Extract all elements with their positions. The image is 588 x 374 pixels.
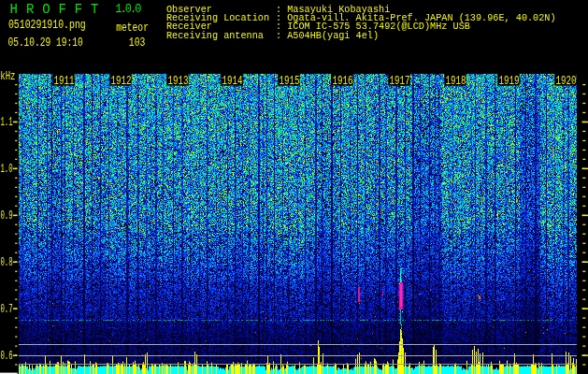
svg-text:1920: 1920 bbox=[555, 75, 576, 88]
svg-text:H R O F F T: H R O F F T bbox=[10, 2, 99, 17]
svg-text:1918: 1918 bbox=[445, 75, 466, 88]
svg-text:0.6: 0.6 bbox=[0, 350, 12, 362]
svg-text:1919: 1919 bbox=[498, 75, 519, 88]
svg-text:1913: 1913 bbox=[167, 75, 188, 88]
svg-text:0.8: 0.8 bbox=[0, 256, 12, 268]
svg-text:1915: 1915 bbox=[279, 75, 299, 88]
svg-text:1.0: 1.0 bbox=[0, 163, 12, 175]
svg-text:0.9: 0.9 bbox=[0, 209, 12, 222]
svg-text:1911: 1911 bbox=[53, 75, 74, 88]
svg-text:meteor: meteor bbox=[116, 22, 149, 34]
svg-text:: A504HB(yagi 4el): : A504HB(yagi 4el) bbox=[276, 31, 379, 41]
svg-text:1.0.0: 1.0.0 bbox=[115, 3, 141, 16]
svg-text:1914: 1914 bbox=[222, 75, 242, 88]
svg-text:kHz: kHz bbox=[0, 70, 15, 83]
svg-text:103: 103 bbox=[129, 36, 146, 49]
svg-text:1.1: 1.1 bbox=[0, 116, 12, 128]
svg-text:Receiving antenna: Receiving antenna bbox=[166, 31, 264, 41]
svg-text:05.10.29 19:10: 05.10.29 19:10 bbox=[7, 36, 82, 49]
svg-text:1912: 1912 bbox=[110, 75, 131, 88]
svg-text:1916: 1916 bbox=[332, 75, 352, 88]
svg-text:1917: 1917 bbox=[389, 75, 409, 88]
svg-text:0.7: 0.7 bbox=[0, 303, 12, 315]
svg-text:0510291910.png: 0510291910.png bbox=[8, 19, 86, 31]
